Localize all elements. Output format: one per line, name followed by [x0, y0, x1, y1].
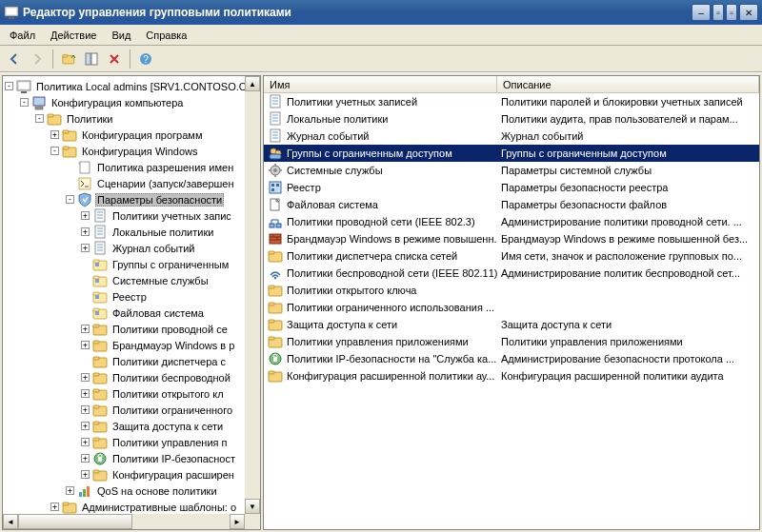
- tree-node[interactable]: Файловая система: [5, 305, 260, 321]
- collapse-icon[interactable]: -: [50, 147, 59, 155]
- tree-node[interactable]: -Политики: [5, 110, 260, 127]
- expand-icon[interactable]: +: [81, 389, 90, 398]
- tree-node[interactable]: +Административные шаблоны: о: [5, 499, 260, 515]
- list-item-name: Реестр: [287, 182, 321, 193]
- delete-button[interactable]: [104, 49, 125, 69]
- column-header-desc[interactable]: Описание: [497, 76, 759, 92]
- collapse-icon[interactable]: -: [5, 82, 13, 90]
- list-row[interactable]: Политики управления приложениямиПолитики…: [264, 333, 759, 350]
- list-item-name: Политики ограниченного использования ...: [287, 302, 494, 313]
- list-item-name: Политики IP-безопасности на "Служба ка..…: [287, 353, 496, 365]
- expand-icon[interactable]: +: [81, 244, 90, 252]
- list-row[interactable]: РеестрПараметры безопасности реестра: [264, 179, 759, 196]
- tree-node[interactable]: Сценарии (запуск/завершен: [5, 175, 260, 191]
- list-row[interactable]: Политики ограниченного использования ...: [264, 299, 759, 316]
- expand-icon[interactable]: +: [50, 502, 59, 511]
- folder-icon: [268, 334, 283, 349]
- list-row[interactable]: Системные службыПараметры системной служ…: [264, 162, 759, 179]
- minimize-button[interactable]: –: [692, 4, 711, 21]
- tree-node[interactable]: +Конфигурация расширен: [5, 466, 260, 483]
- list-row[interactable]: Политики учетных записейПолитики паролей…: [264, 93, 759, 110]
- expand-icon[interactable]: +: [66, 486, 74, 495]
- tree-node[interactable]: -Политика Local admins [SRV1.CONTOSO.COM: [5, 78, 260, 94]
- tree-node[interactable]: Группы с ограниченным: [5, 256, 260, 272]
- tree-node[interactable]: +Брандмауэр Windows в р: [5, 337, 260, 353]
- expand-icon[interactable]: +: [81, 227, 90, 236]
- shield-icon: [77, 192, 92, 207]
- tree-node[interactable]: +QoS на основе политики: [5, 483, 260, 499]
- list-row[interactable]: Локальные политикиПолитики аудита, прав …: [264, 110, 759, 128]
- list-row[interactable]: Политики открытого ключа: [264, 282, 759, 299]
- column-header-name[interactable]: Имя: [264, 76, 497, 92]
- tree-node[interactable]: +Журнал событий: [5, 240, 260, 256]
- expand-icon[interactable]: +: [81, 211, 90, 220]
- tree-node-label: Политика разрешения имен: [95, 161, 235, 174]
- list-row[interactable]: Политики проводной сети (IEEE 802.3)Адми…: [264, 213, 759, 230]
- list-row[interactable]: Конфигурация расширенной политики ау...К…: [264, 367, 759, 384]
- back-button[interactable]: [4, 49, 25, 69]
- restore-button[interactable]: ▫: [712, 4, 724, 21]
- expand-icon[interactable]: +: [81, 470, 90, 479]
- menu-help[interactable]: Справка: [138, 25, 194, 45]
- tree-node-label: Группы с ограниченным: [110, 258, 231, 271]
- forward-button[interactable]: [27, 49, 48, 69]
- folder-icon: [268, 317, 283, 332]
- tree-node[interactable]: +Политики IP-безопасност: [5, 450, 260, 466]
- expand-icon[interactable]: +: [81, 438, 90, 446]
- list-row[interactable]: Группы с ограниченным доступомГруппы с о…: [264, 145, 759, 162]
- show-tree-button[interactable]: [81, 49, 102, 69]
- tree-node[interactable]: Политики диспетчера с: [5, 353, 260, 369]
- tree-node[interactable]: -Конфигурация компьютера: [5, 94, 260, 110]
- expand-icon[interactable]: +: [50, 130, 59, 139]
- collapse-icon[interactable]: -: [20, 98, 29, 107]
- tree-node[interactable]: +Политики открытого кл: [5, 385, 260, 402]
- up-button[interactable]: [58, 49, 79, 69]
- folder-icon: [92, 403, 108, 418]
- scroll-corner: [245, 514, 260, 529]
- tree-node[interactable]: +Политики проводной се: [5, 321, 260, 337]
- scrollbar-vertical[interactable]: ▲ ▼: [245, 76, 260, 514]
- help-button[interactable]: ?: [135, 49, 156, 69]
- collapse-icon[interactable]: -: [35, 114, 44, 123]
- list-row[interactable]: Политики беспроводной сети (IEEE 802.11)…: [264, 265, 759, 282]
- menu-file[interactable]: Файл: [2, 25, 43, 45]
- expand-icon[interactable]: +: [81, 341, 90, 349]
- list-row[interactable]: Политики диспетчера списка сетейИмя сети…: [264, 247, 759, 265]
- scroll-up-button[interactable]: ▲: [245, 76, 260, 91]
- tree-node[interactable]: Политика разрешения имен: [5, 159, 260, 175]
- list-row[interactable]: Защита доступа к сетиЗащита доступа к се…: [264, 316, 759, 333]
- tree-node[interactable]: +Политики беспроводной: [5, 369, 260, 385]
- collapse-icon[interactable]: -: [66, 195, 74, 204]
- tree-node[interactable]: +Политики управления п: [5, 434, 260, 450]
- menu-action[interactable]: Действие: [43, 25, 104, 45]
- menu-view[interactable]: Вид: [104, 25, 138, 45]
- tree-node[interactable]: +Конфигурация программ: [5, 127, 260, 143]
- tree-node[interactable]: +Локальные политики: [5, 224, 260, 240]
- expand-icon[interactable]: +: [81, 422, 90, 430]
- tree-node[interactable]: Системные службы: [5, 272, 260, 288]
- tree-node[interactable]: -Параметры безопасности: [5, 191, 260, 207]
- tree-node[interactable]: Реестр: [5, 288, 260, 305]
- tree-node-label: Конфигурация расширен: [110, 468, 236, 482]
- scroll-down-button[interactable]: ▼: [245, 499, 260, 514]
- scroll-thumb[interactable]: [18, 514, 132, 529]
- list-row[interactable]: Журнал событийЖурнал событий: [264, 128, 759, 145]
- tree-node[interactable]: +Политики учетных запис: [5, 207, 260, 224]
- expand-icon[interactable]: +: [81, 454, 90, 463]
- scroll-left-button[interactable]: ◄: [3, 514, 18, 529]
- tree-node-label: Локальные политики: [110, 226, 215, 239]
- list-row[interactable]: Политики IP-безопасности на "Служба ка..…: [264, 350, 759, 367]
- tree-node[interactable]: +Защита доступа к сети: [5, 418, 260, 434]
- scrollbar-horizontal[interactable]: ◄ ►: [3, 514, 245, 529]
- expand-icon[interactable]: +: [81, 325, 90, 333]
- close-button[interactable]: ✕: [739, 4, 758, 21]
- expand-icon[interactable]: +: [81, 373, 90, 382]
- list-row[interactable]: Брандмауэр Windows в режиме повышенн...Б…: [264, 230, 759, 247]
- list-row[interactable]: Файловая системаПараметры безопасности ф…: [264, 196, 759, 213]
- expand-icon[interactable]: +: [81, 405, 90, 414]
- tree-node[interactable]: +Политики ограниченного: [5, 402, 260, 418]
- maximize-button[interactable]: ▫: [726, 4, 737, 21]
- tree-node-label: Файловая система: [110, 306, 206, 320]
- tree-node[interactable]: -Конфигурация Windows: [5, 143, 260, 159]
- scroll-right-button[interactable]: ►: [230, 514, 245, 529]
